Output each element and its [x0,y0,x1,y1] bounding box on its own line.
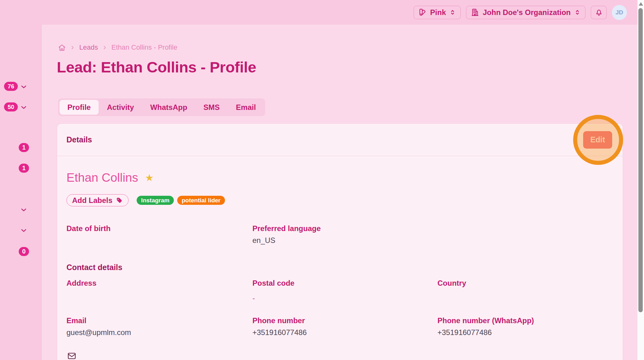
field-label: Phone number (WhatsApp) [437,316,613,325]
fields-row: Email guest@upmlm.com Phone number +3519… [66,316,613,337]
main-content: Leads Ethan Collins - Profile Lead: Etha… [41,25,637,360]
field-address: Address [66,279,252,303]
field-date-of-birth: Date of birth [66,224,252,245]
vertical-scrollbar[interactable] [637,0,644,360]
field-email: Email guest@upmlm.com [66,316,252,337]
sidebar-badge[interactable]: 0 [19,247,29,256]
field-phone-number: Phone number +351916077486 [252,316,437,337]
tab-email[interactable]: Email [228,100,264,115]
edit-button[interactable]: Edit [583,131,612,149]
field-preferred-language: Preferred language en_US [252,224,437,245]
organization-selector[interactable]: John Doe's Organization [466,6,586,19]
home-icon[interactable] [58,44,66,52]
field-label: Preferred language [252,224,437,233]
chevron-down-icon[interactable] [20,103,28,113]
field-value [437,291,613,299]
sidebar-badge[interactable]: 50 [4,102,18,111]
theme-swatch-icon [418,8,427,17]
add-labels-button[interactable]: Add Labels [66,194,129,206]
field-label: Country [437,279,613,288]
field-value: +351916077486 [252,328,437,337]
sidebar: 76 50 1 1 0 [0,25,41,360]
fields-row: Date of birth Preferred language en_US [66,224,613,245]
field-value: +351916077486 [437,328,613,337]
breadcrumb: Leads Ethan Collins - Profile [58,43,178,52]
details-card-body: Ethan Collins ★ Add Labels Instagram pot… [57,171,623,360]
tag-icon [115,197,123,204]
breadcrumb-current: Ethan Collins - Profile [111,43,178,52]
tab-profile[interactable]: Profile [60,100,99,115]
breadcrumb-link-leads[interactable]: Leads [79,43,98,52]
field-value [66,236,252,245]
field-value: guest@upmlm.com [66,328,252,337]
organization-selector-label: John Doe's Organization [483,8,571,17]
field-label: Phone number [252,316,437,325]
scrollbar-up-arrow[interactable] [639,2,643,6]
topbar: Pink John Doe's Organization [0,0,637,25]
tab-bar: Profile Activity WhatsApp SMS Email [58,98,265,116]
details-card: Details Edit Ethan Collins ★ Add Labels [57,123,623,360]
scrollbar-thumb[interactable] [638,8,643,312]
labels-row: Add Labels Instagram potential lider [66,194,613,206]
page-title: Lead: Ethan Collins - Profile [57,58,256,76]
field-label: Date of birth [66,224,252,233]
field-label: Postal code [252,279,437,288]
chevron-updown-icon [574,9,581,16]
theme-selector-label: Pink [430,8,446,17]
chevron-right-icon [70,45,75,50]
chevron-down-icon[interactable] [20,83,28,92]
avatar[interactable]: JD [612,5,627,20]
lead-name: Ethan Collins [66,171,138,185]
tab-whatsapp[interactable]: WhatsApp [142,100,195,115]
chevron-updown-icon [449,9,456,16]
field-value: en_US [252,236,437,245]
field-country: Country [437,279,613,303]
field-phone-whatsapp: Phone number (WhatsApp) +351916077486 [437,316,613,337]
add-labels-label: Add Labels [72,196,112,205]
fields-row: Address Postal code - Country [66,279,613,303]
star-icon[interactable]: ★ [145,173,154,183]
building-icon [471,8,479,17]
label-pill[interactable]: potential lider [177,196,225,205]
field-label: Address [66,279,252,288]
details-title: Details [66,135,92,144]
chevron-down-icon[interactable] [20,206,28,215]
tab-activity[interactable]: Activity [99,100,142,115]
chevron-right-icon [102,45,107,50]
tab-sms[interactable]: SMS [196,100,227,115]
field-value [66,291,252,299]
sidebar-badge[interactable]: 76 [4,82,18,91]
label-pill-group: Instagram potential lider [137,196,225,205]
lead-name-row: Ethan Collins ★ [66,171,613,185]
field-label: Email [66,316,252,325]
field-value: - [252,294,437,303]
details-card-header: Details Edit [57,124,623,156]
theme-selector[interactable]: Pink [413,6,461,19]
bell-icon [595,8,603,17]
sidebar-badge[interactable]: 1 [19,164,29,173]
sidebar-badge[interactable]: 1 [19,143,29,152]
field-postal-code: Postal code - [252,279,437,303]
notifications-button[interactable] [591,6,607,19]
envelope-icon[interactable] [66,351,77,360]
label-pill[interactable]: Instagram [137,196,174,205]
contact-details-title: Contact details [66,263,613,272]
chevron-down-icon[interactable] [20,226,28,236]
